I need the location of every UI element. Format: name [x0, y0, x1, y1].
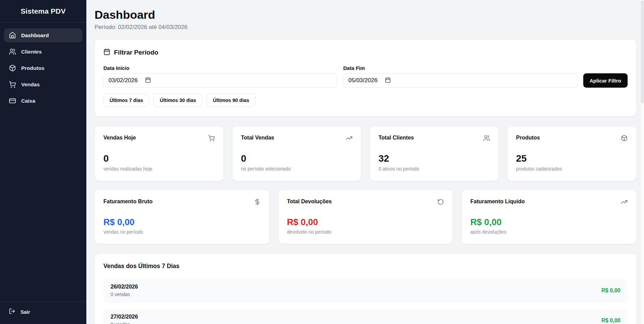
quick-filter-90d-button[interactable]: Últimos 90 dias: [207, 94, 255, 107]
filter-form: Data Início 03/02/2026 Data Fim 05/03/20…: [103, 65, 628, 88]
sales-date: 26/02/2026: [111, 284, 138, 290]
stat-card-total-clientes: Total Clientes 32 0 ativos no período: [370, 126, 499, 181]
home-icon: [9, 32, 16, 39]
stat-title: Total Vendas: [241, 135, 274, 141]
stat-caption: vendas realizadas hoje: [103, 166, 215, 172]
app-root: Sistema PDV Dashboard Clientes Produtos: [0, 0, 644, 324]
apply-filter-button[interactable]: Aplicar Filtro: [583, 73, 628, 88]
stat-card-faturamento-bruto: Faturamento Bruto R$ 0,00 vendas no perí…: [95, 190, 270, 244]
date-picker-icon[interactable]: [145, 77, 151, 84]
start-date-label: Data Início: [103, 65, 338, 71]
sidebar-item-label: Vendas: [21, 82, 40, 88]
stat-card-total-devolucoes: Total Devoluções R$ 0,00 devolvido no pe…: [278, 190, 453, 244]
trending-up-icon: [621, 198, 628, 207]
end-date-input[interactable]: 05/03/2026: [343, 73, 577, 88]
sidebar-item-label: Produtos: [21, 65, 44, 71]
sales-week-title: Vendas dos Últimos 7 Dias: [103, 263, 628, 270]
cart-icon: [208, 135, 215, 143]
calendar-icon: [103, 48, 110, 57]
end-date-field-group: Data Fim 05/03/2026: [343, 65, 577, 88]
stat-title: Faturamento Líquido: [470, 198, 525, 205]
main-content: Dashboard Período: 02/02/2026 até 04/03/…: [86, 0, 644, 324]
stat-value: R$ 0,00: [470, 218, 628, 226]
stat-value: R$ 0,00: [103, 218, 261, 226]
logout-icon: [9, 308, 15, 316]
sidebar-item-produtos[interactable]: Produtos: [4, 61, 82, 75]
package-icon: [621, 135, 628, 143]
dollar-icon: [254, 198, 261, 207]
filter-title: Filtrar Período: [114, 49, 158, 56]
sales-row-left: 26/02/2026 0 vendas: [111, 284, 138, 297]
stat-value: 32: [378, 154, 490, 163]
stat-caption: após devoluções: [470, 229, 628, 235]
credit-card-icon: [9, 97, 16, 104]
sales-count: 0 vendas: [111, 292, 138, 297]
stat-card-vendas-hoje: Vendas Hoje 0 vendas realizadas hoje: [95, 126, 224, 181]
sidebar: Sistema PDV Dashboard Clientes Produtos: [0, 0, 86, 324]
trending-up-icon: [346, 135, 353, 143]
end-date-label: Data Fim: [343, 65, 577, 71]
filter-card: Filtrar Período Data Início 03/02/2026 D…: [95, 39, 636, 117]
stat-title: Total Clientes: [378, 135, 414, 141]
sales-week-list: 26/02/2026 0 vendas R$ 0,00 27/02/2026 0…: [103, 279, 628, 324]
app-title: Sistema PDV: [5, 7, 81, 15]
sidebar-item-label: Dashboard: [21, 32, 49, 39]
logout-button[interactable]: Sair: [9, 308, 77, 316]
page-title: Dashboard: [95, 8, 636, 21]
sales-date: 27/02/2026: [111, 314, 138, 320]
quick-filters: Últimos 7 dias Últimos 30 dias Últimos 9…: [103, 94, 628, 107]
stat-title: Vendas Hoje: [103, 135, 136, 141]
finance-row: Faturamento Bruto R$ 0,00 vendas no perí…: [95, 190, 636, 244]
vertical-scrollbar[interactable]: [640, 0, 644, 324]
stats-row: Vendas Hoje 0 vendas realizadas hoje Tot…: [95, 126, 636, 181]
cart-icon: [9, 81, 16, 88]
stat-value: 0: [103, 154, 215, 163]
stat-title: Produtos: [516, 135, 540, 141]
sidebar-item-dashboard[interactable]: Dashboard: [4, 28, 82, 42]
stat-card-faturamento-liquido: Faturamento Líquido R$ 0,00 após devoluç…: [461, 190, 636, 244]
scrollbar-thumb[interactable]: [641, 1, 644, 103]
date-picker-icon[interactable]: [385, 77, 391, 84]
stat-value: 25: [516, 154, 628, 163]
sales-row: 27/02/2026 0 vendas R$ 0,00: [103, 309, 628, 324]
stat-caption: no período selecionado: [241, 166, 353, 172]
filter-header: Filtrar Período: [103, 48, 628, 57]
users-icon: [483, 135, 490, 143]
stat-caption: 0 ativos no período: [378, 166, 490, 172]
sidebar-footer: Sair: [0, 301, 86, 324]
sidebar-item-label: Clientes: [21, 49, 42, 55]
sales-row: 26/02/2026 0 vendas R$ 0,00: [103, 279, 628, 303]
end-date-value: 05/03/2026: [348, 77, 377, 84]
package-icon: [9, 64, 16, 72]
sidebar-item-clientes[interactable]: Clientes: [4, 45, 82, 59]
page-period: Período: 02/02/2026 até 04/03/2026: [95, 24, 636, 31]
sales-week-card: Vendas dos Últimos 7 Dias 26/02/2026 0 v…: [95, 253, 636, 324]
sales-amount: R$ 0,00: [601, 288, 620, 294]
sidebar-header: Sistema PDV: [0, 0, 86, 23]
stat-caption: devolvido no período: [287, 229, 444, 235]
stat-caption: vendas no período: [103, 229, 261, 235]
sidebar-item-caixa[interactable]: Caixa: [4, 94, 82, 108]
sales-amount: R$ 0,00: [601, 318, 620, 324]
quick-filter-30d-button[interactable]: Últimos 30 dias: [154, 94, 202, 107]
stat-caption: produtos cadastrados: [516, 166, 628, 172]
start-date-value: 03/02/2026: [109, 77, 138, 84]
users-icon: [9, 48, 16, 55]
stat-value: R$ 0,00: [287, 218, 444, 226]
stat-card-produtos: Produtos 25 produtos cadastrados: [507, 126, 636, 181]
sidebar-nav: Dashboard Clientes Produtos Vendas: [0, 23, 86, 301]
rotate-ccw-icon: [437, 198, 444, 207]
stat-value: 0: [241, 154, 353, 163]
sales-count: 0 vendas: [111, 322, 138, 324]
sales-row-left: 27/02/2026 0 vendas: [111, 314, 138, 324]
stat-card-total-vendas: Total Vendas 0 no período selecionado: [232, 126, 361, 181]
logout-label: Sair: [20, 309, 30, 315]
stat-title: Faturamento Bruto: [103, 198, 153, 205]
start-date-field-group: Data Início 03/02/2026: [103, 65, 338, 88]
sidebar-item-vendas[interactable]: Vendas: [4, 77, 82, 91]
stat-title: Total Devoluções: [287, 198, 332, 205]
start-date-input[interactable]: 03/02/2026: [103, 73, 338, 88]
sidebar-item-label: Caixa: [21, 98, 35, 104]
quick-filter-7d-button[interactable]: Últimos 7 dias: [103, 94, 149, 107]
